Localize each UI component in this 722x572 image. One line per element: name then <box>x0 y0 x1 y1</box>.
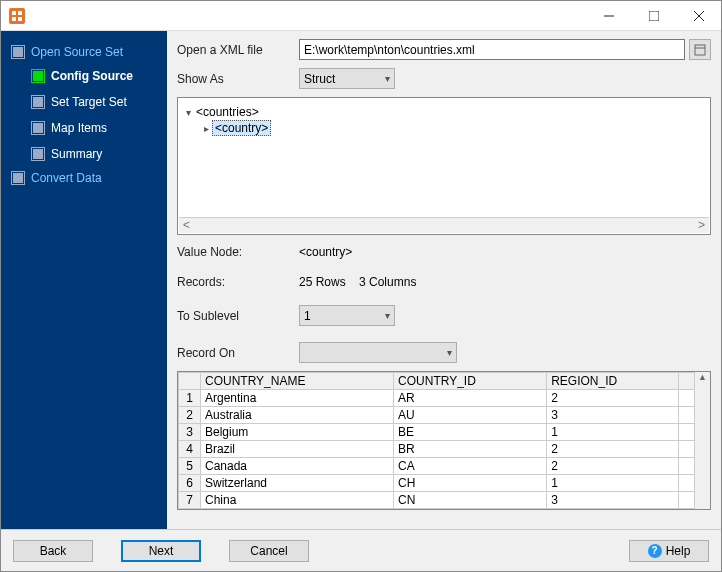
svg-rect-0 <box>12 11 16 15</box>
table-row[interactable]: 7ChinaCN3 <box>179 492 695 509</box>
table-cell[interactable]: 1 <box>547 475 679 492</box>
chevron-down-icon: ▾ <box>447 347 452 358</box>
table-cell[interactable]: 1 <box>547 509 679 510</box>
value-node-label: Value Node: <box>177 245 299 259</box>
table-cell[interactable]: China <box>201 492 394 509</box>
svg-rect-5 <box>649 11 659 21</box>
nav-map-items[interactable]: Map Items <box>31 115 167 141</box>
table-cell[interactable]: 2 <box>547 441 679 458</box>
chevron-down-icon: ▾ <box>385 73 390 84</box>
browse-button[interactable] <box>689 39 711 60</box>
table-cell[interactable]: AR <box>394 390 547 407</box>
records-label: Records: <box>177 275 299 289</box>
help-icon: ? <box>648 544 662 558</box>
table-cell[interactable]: Germany <box>201 509 394 510</box>
minimize-button[interactable] <box>586 1 631 31</box>
table-cell[interactable]: Brazil <box>201 441 394 458</box>
table-corner <box>179 373 201 390</box>
nav-label: Config Source <box>51 69 133 83</box>
sublevel-select[interactable]: 1 ▾ <box>299 305 395 326</box>
table-row[interactable]: 5CanadaCA2 <box>179 458 695 475</box>
tree-expand-icon[interactable]: ▸ <box>200 123 212 134</box>
table-cell[interactable]: 3 <box>547 492 679 509</box>
recordon-select[interactable]: ▾ <box>299 342 457 363</box>
svg-rect-1 <box>18 11 22 15</box>
table-cell[interactable]: 1 <box>547 424 679 441</box>
cancel-button[interactable]: Cancel <box>229 540 309 562</box>
maximize-button[interactable] <box>631 1 676 31</box>
show-as-value: Struct <box>304 72 335 86</box>
table-header[interactable]: REGION_ID <box>547 373 679 390</box>
table-row[interactable]: 3BelgiumBE1 <box>179 424 695 441</box>
nav-config-source[interactable]: Config Source <box>31 63 167 89</box>
next-button[interactable]: Next <box>121 540 201 562</box>
table-header[interactable]: COUNTRY_ID <box>394 373 547 390</box>
help-button[interactable]: ? Help <box>629 540 709 562</box>
table-cell[interactable]: Canada <box>201 458 394 475</box>
nav-label: Set Target Set <box>51 95 127 109</box>
table-row[interactable]: 6SwitzerlandCH1 <box>179 475 695 492</box>
data-table: COUNTRY_NAMECOUNTRY_IDREGION_ID1Argentin… <box>177 371 711 510</box>
table-cell[interactable]: Switzerland <box>201 475 394 492</box>
close-button[interactable] <box>676 1 721 31</box>
table-cell[interactable]: BR <box>394 441 547 458</box>
sublevel-value: 1 <box>304 309 311 323</box>
back-button[interactable]: Back <box>13 540 93 562</box>
xml-tree[interactable]: ▾ <countries> ▸ <country> <> <box>177 97 711 235</box>
nav-convert-data[interactable]: Convert Data <box>11 167 167 189</box>
table-cell[interactable]: BE <box>394 424 547 441</box>
open-file-label: Open a XML file <box>177 43 299 57</box>
tree-scrollbar[interactable]: <> <box>179 217 709 233</box>
nav-summary[interactable]: Summary <box>31 141 167 167</box>
table-row[interactable]: 8GermanyDE1 <box>179 509 695 510</box>
table-row[interactable]: 1ArgentinaAR2 <box>179 390 695 407</box>
table-cell[interactable]: Argentina <box>201 390 394 407</box>
wizard-sidebar: Open Source Set Config SourceSet Target … <box>1 31 167 529</box>
table-cell[interactable]: Australia <box>201 407 394 424</box>
table-cell[interactable]: CH <box>394 475 547 492</box>
nav-label: Convert Data <box>31 171 102 185</box>
titlebar <box>1 1 721 31</box>
tree-node-selected[interactable]: <country> <box>212 120 271 136</box>
table-cell[interactable]: 2 <box>547 458 679 475</box>
wizard-buttons: Back Next Cancel ? Help <box>1 529 721 571</box>
svg-rect-2 <box>12 17 16 21</box>
nav-label: Map Items <box>51 121 107 135</box>
chevron-down-icon: ▾ <box>385 310 390 321</box>
nav-label: Summary <box>51 147 102 161</box>
tree-node[interactable]: <countries> <box>194 105 261 119</box>
records-value: 25 Rows 3 Columns <box>299 275 416 289</box>
nav-set-target-set[interactable]: Set Target Set <box>31 89 167 115</box>
value-node-value: <country> <box>299 245 352 259</box>
show-as-label: Show As <box>177 72 299 86</box>
show-as-select[interactable]: Struct ▾ <box>299 68 395 89</box>
sublevel-label: To Sublevel <box>177 309 299 323</box>
open-file-input[interactable] <box>299 39 685 60</box>
table-cell[interactable]: CA <box>394 458 547 475</box>
table-header[interactable]: COUNTRY_NAME <box>201 373 394 390</box>
table-cell[interactable]: CN <box>394 492 547 509</box>
table-row[interactable]: 4BrazilBR2 <box>179 441 695 458</box>
svg-rect-3 <box>18 17 22 21</box>
table-scrollbar[interactable]: ▲ <box>694 372 710 509</box>
table-cell[interactable]: DE <box>394 509 547 510</box>
nav-open-source-set[interactable]: Open Source Set <box>11 41 167 63</box>
nav-label: Open Source Set <box>31 45 123 59</box>
table-cell[interactable]: AU <box>394 407 547 424</box>
recordon-label: Record On <box>177 346 299 360</box>
tree-collapse-icon[interactable]: ▾ <box>182 107 194 118</box>
table-cell[interactable]: 2 <box>547 390 679 407</box>
table-cell[interactable]: 3 <box>547 407 679 424</box>
table-row[interactable]: 2AustraliaAU3 <box>179 407 695 424</box>
app-icon <box>9 8 25 24</box>
svg-rect-8 <box>695 45 705 55</box>
table-cell[interactable]: Belgium <box>201 424 394 441</box>
